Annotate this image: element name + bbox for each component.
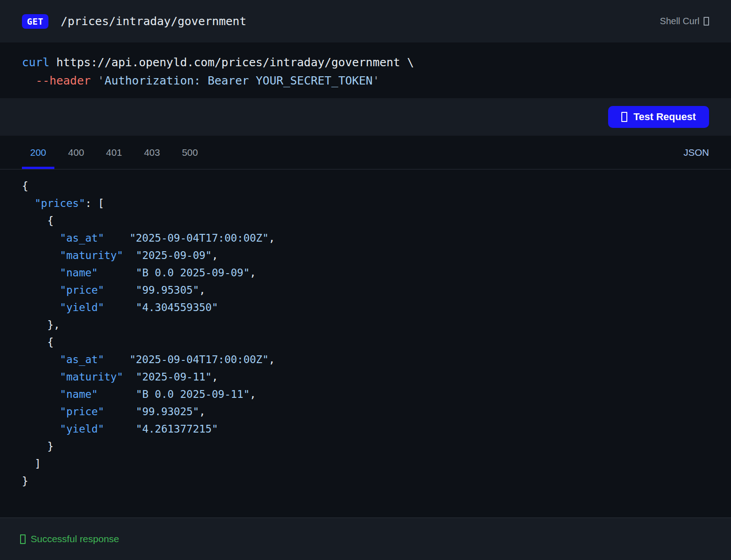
code-line: "name" "B 0.0 2025-09-11", [22,386,709,403]
status-tab-400[interactable]: 400 [60,136,92,169]
code-line: --header 'Authorization: Bearer YOUR_SEC… [22,72,709,90]
actions-row: Test Request [0,98,731,136]
code-line: ] [22,455,709,472]
check-icon [20,534,26,544]
code-line: { [22,333,709,351]
code-line: curl https://api.openyld.com/prices/intr… [22,53,709,72]
code-line: "prices": [ [22,195,709,212]
endpoint-path: /prices/intraday/government [61,15,246,28]
code-line: "price" "99.93025", [22,403,709,420]
api-playground: GET /prices/intraday/government Shell Cu… [0,0,731,560]
status-message: Successful response [31,534,119,544]
response-body-panel: { "prices": [ { "as_at" "2025-09-04T17:0… [0,169,731,518]
language-selector-label: Shell Curl [660,16,699,26]
code-line: }, [22,316,709,333]
code-line: { [22,177,709,195]
response-format-label[interactable]: JSON [683,147,709,158]
test-request-label: Test Request [633,111,696,123]
code-line: { [22,212,709,229]
request-snippet-panel: curl https://api.openyld.com/prices/intr… [0,42,731,98]
http-method-badge: GET [22,14,48,29]
code-line: } [22,472,709,490]
test-request-button[interactable]: Test Request [608,106,709,128]
code-line: "maturity" "2025-09-09", [22,247,709,264]
play-icon [621,112,627,122]
language-selector[interactable]: Shell Curl [660,16,709,26]
status-code-tabs-row: 200400401403500 JSON [0,136,731,169]
endpoint-header: GET /prices/intraday/government Shell Cu… [0,0,731,42]
code-line: "yield" "4.304559350" [22,299,709,316]
response-json-code: { "prices": [ { "as_at" "2025-09-04T17:0… [22,177,709,490]
code-line: } [22,438,709,455]
code-line: "yield" "4.261377215" [22,420,709,438]
status-tab-500[interactable]: 500 [174,136,206,169]
code-line: "as_at" "2025-09-04T17:00:00Z", [22,229,709,247]
code-line: "as_at" "2025-09-04T17:00:00Z", [22,351,709,368]
status-tab-401[interactable]: 401 [98,136,130,169]
chevron-down-icon [704,17,709,26]
status-tab-403[interactable]: 403 [136,136,168,169]
curl-command-code: curl https://api.openyld.com/prices/intr… [22,53,709,90]
status-tab-200[interactable]: 200 [22,136,54,169]
status-footer: Successful response [0,518,731,560]
code-line: "price" "99.95305", [22,281,709,299]
code-line: "name" "B 0.0 2025-09-09", [22,264,709,281]
code-line: "maturity" "2025-09-11", [22,368,709,386]
status-tab-list: 200400401403500 [22,136,206,169]
